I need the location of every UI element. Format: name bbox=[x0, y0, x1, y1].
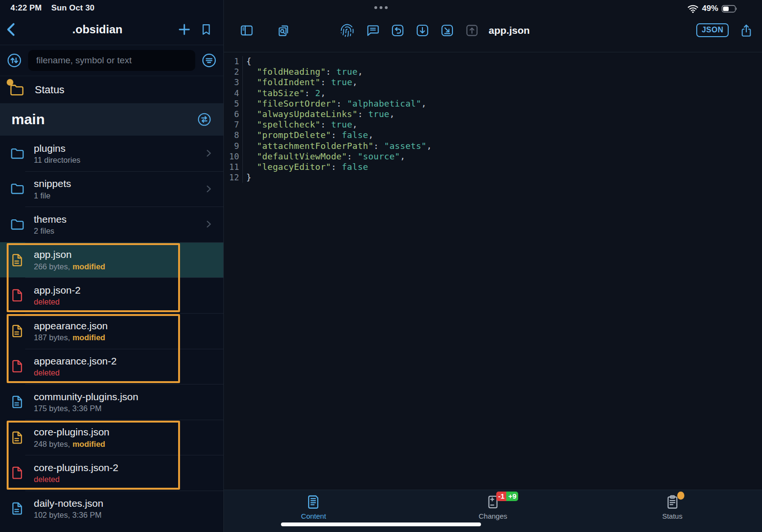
code-line: 6 "alwaysUpdateLinks": true, bbox=[224, 109, 762, 119]
sort-order-button[interactable] bbox=[6, 52, 22, 69]
panel-toggle-icon bbox=[240, 23, 254, 38]
file-meta: deleted bbox=[34, 368, 117, 377]
chevron-right-icon bbox=[203, 219, 214, 229]
file-meta: deleted bbox=[34, 297, 80, 306]
line-number: 7 bbox=[224, 119, 243, 130]
file-row-core-plugins.json[interactable]: core-plugins.json248 bytes,modified bbox=[0, 420, 223, 455]
panel-toggle-button[interactable] bbox=[240, 23, 254, 38]
statusbar-clock: 4:22 PMSun Oct 30 bbox=[10, 3, 94, 13]
code-line: 9 "attachmentFolderPath": "assets", bbox=[224, 141, 762, 151]
file-row-app.json[interactable]: app.json266 bytes,modified bbox=[0, 242, 223, 278]
file-row-appearance.json[interactable]: appearance.json187 bytes,modified bbox=[0, 313, 223, 349]
file-name: core-plugins.json bbox=[34, 426, 110, 438]
home-indicator[interactable] bbox=[281, 522, 481, 526]
row-divider bbox=[25, 171, 223, 172]
file-name: app.json-2 bbox=[34, 284, 80, 296]
file-row-daily-notes.json[interactable]: daily-notes.json102 bytes, 3:36 PM bbox=[0, 491, 223, 526]
add-file-button[interactable] bbox=[177, 22, 192, 37]
row-divider bbox=[25, 455, 223, 455]
push-icon bbox=[465, 23, 479, 38]
sync-button[interactable] bbox=[197, 112, 212, 127]
file-name: daily-notes.json bbox=[34, 497, 103, 510]
file-row-community-plugins.json[interactable]: community-plugins.json175 bytes, 3:36 PM bbox=[0, 384, 223, 420]
share-icon bbox=[739, 23, 753, 38]
code-text: { bbox=[243, 56, 251, 67]
code-text: "alwaysUpdateLinks": true, bbox=[243, 109, 395, 119]
file-row-core-plugins.json-2[interactable]: core-plugins.json-2deleted bbox=[0, 455, 223, 491]
code-line: 8 "promptDelete": false, bbox=[224, 130, 762, 140]
find-in-files-button[interactable] bbox=[276, 23, 291, 38]
file-list: plugins11 directoriessnippets1 filetheme… bbox=[0, 136, 223, 532]
sync-arrows-icon bbox=[197, 112, 212, 127]
file-name: app.json bbox=[34, 248, 105, 261]
line-number: 2 bbox=[224, 67, 243, 77]
row-divider bbox=[25, 313, 223, 314]
row-divider bbox=[25, 242, 223, 243]
repo-status-row[interactable]: Status bbox=[0, 76, 223, 103]
code-text: "foldIndent": true, bbox=[243, 77, 358, 88]
file-icon bbox=[10, 430, 25, 445]
search-row bbox=[0, 45, 223, 76]
left-header: 4:22 PMSun Oct 30 .obsidian bbox=[0, 0, 223, 45]
search-input[interactable] bbox=[28, 50, 195, 71]
back-button[interactable] bbox=[4, 21, 20, 38]
file-name: snippets bbox=[34, 177, 71, 190]
code-text: "tabSize": 2, bbox=[243, 88, 326, 99]
code-text: "attachmentFolderPath": "assets", bbox=[243, 141, 432, 151]
download-button[interactable] bbox=[415, 23, 430, 38]
undo-button[interactable] bbox=[391, 23, 405, 38]
file-name: plugins bbox=[34, 142, 80, 155]
file-meta: 11 directories bbox=[34, 156, 80, 165]
code-text: "promptDelete": false, bbox=[243, 130, 373, 140]
branch-name: main bbox=[11, 111, 45, 128]
fingerprint-button[interactable] bbox=[340, 23, 354, 38]
line-number: 12 bbox=[224, 172, 243, 183]
filter-lines-icon bbox=[201, 52, 217, 69]
file-name: core-plugins.json-2 bbox=[34, 462, 118, 474]
share-button[interactable] bbox=[739, 23, 753, 38]
filter-button[interactable] bbox=[201, 52, 217, 69]
file-icon bbox=[10, 252, 25, 268]
file-meta: 248 bytes,modified bbox=[34, 440, 110, 449]
bookmark-button[interactable] bbox=[200, 21, 213, 38]
multitask-dots[interactable] bbox=[374, 6, 388, 9]
tab-status[interactable]: Status bbox=[582, 493, 762, 532]
branch-bar[interactable]: main bbox=[0, 103, 223, 136]
file-row-appearance.json-2[interactable]: appearance.json-2deleted bbox=[0, 349, 223, 384]
document-title: app.json bbox=[489, 25, 530, 36]
row-divider bbox=[25, 384, 223, 384]
status-tab-icon bbox=[664, 494, 681, 510]
file-meta: 266 bytes,modified bbox=[34, 262, 105, 271]
content-tab-icon bbox=[305, 494, 321, 510]
code-text: "fileSortOrder": "alphabetical", bbox=[243, 99, 427, 109]
wifi-icon bbox=[687, 4, 699, 13]
editor-toolbar: app.json JSON bbox=[224, 0, 762, 52]
file-icon bbox=[10, 358, 25, 374]
bookmark-icon bbox=[200, 21, 213, 38]
code-text: "defaultViewMode": "source", bbox=[243, 151, 405, 162]
file-row-snippets[interactable]: snippets1 file bbox=[0, 171, 223, 207]
code-editor[interactable]: 1{2 "foldHeading": true,3 "foldIndent": … bbox=[224, 52, 762, 490]
file-row-app.json-2[interactable]: app.json-2deleted bbox=[0, 277, 223, 313]
directory-title: .obsidian bbox=[29, 23, 166, 36]
code-line: 1{ bbox=[224, 56, 762, 67]
line-number: 1 bbox=[224, 56, 243, 67]
row-divider bbox=[25, 420, 223, 420]
statusbar-time: 4:22 PM bbox=[10, 3, 42, 12]
download-icon bbox=[415, 23, 430, 38]
format-badge[interactable]: JSON bbox=[696, 23, 729, 37]
row-divider bbox=[25, 491, 223, 491]
change-group: appearance.json187 bytes,modifiedappeara… bbox=[0, 313, 223, 384]
comment-button[interactable] bbox=[366, 23, 380, 38]
pull-button[interactable] bbox=[440, 23, 454, 38]
file-icon bbox=[10, 501, 25, 516]
push-button[interactable] bbox=[465, 23, 479, 38]
file-icon bbox=[10, 465, 25, 481]
file-row-plugins[interactable]: plugins11 directories bbox=[0, 136, 223, 171]
file-meta: 1 file bbox=[34, 191, 71, 200]
file-row-themes[interactable]: themes2 files bbox=[0, 207, 223, 242]
tab-label: Status bbox=[662, 512, 682, 520]
line-number: 8 bbox=[224, 130, 243, 140]
file-meta: 102 bytes, 3:36 PM bbox=[34, 511, 103, 520]
file-name: community-plugins.json bbox=[34, 391, 138, 403]
